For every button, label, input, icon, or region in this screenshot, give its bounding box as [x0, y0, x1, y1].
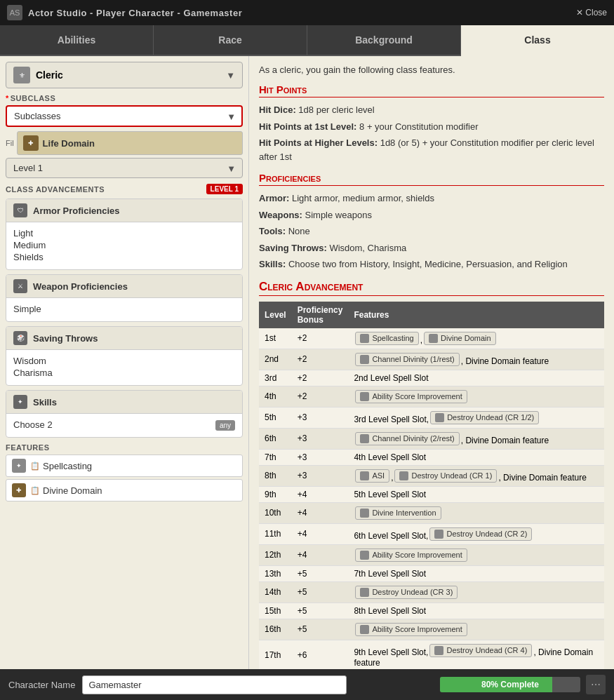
life-domain-icon: ✚ [23, 135, 39, 151]
feature-tag[interactable]: Destroy Undead (CR 4) [429, 644, 532, 657]
class-selector[interactable]: ⚜ Cleric ▼ [6, 62, 243, 88]
required-star: * [6, 94, 9, 102]
feature-divine-domain[interactable]: ✚ 📋 Divine Domain [6, 479, 243, 502]
saving-throws-text: Saving Throws: Wisdom, Charisma [259, 241, 604, 255]
feature-spellcasting[interactable]: ✦ 📋 Spellcasting [6, 455, 243, 477]
saving-throws-title: Saving Throws [33, 333, 98, 344]
table-row: 14th+5Destroy Undead (CR 3) [259, 581, 604, 603]
cleric-advancement-title: Cleric Advancement [259, 280, 604, 296]
hp-higher-text: Hit Points at Higher Levels: 1d8 (or 5) … [259, 136, 604, 163]
main-content: ⚜ Cleric ▼ *Subclass Subclasses ▼ Fil ✚ … [0, 56, 614, 669]
tab-abilities[interactable]: Abilities [0, 25, 154, 55]
table-cell-features: 2nd Level Spell Slot [348, 370, 604, 386]
saving-throw-wisdom: Wisdom [13, 356, 235, 366]
table-row: 8th+3ASI,Destroy Undead (CR 1), Divine D… [259, 465, 604, 486]
feature-tag[interactable]: Ability Score Improvement [355, 548, 467, 562]
table-cell-level: 3rd [259, 370, 292, 386]
table-cell-features: ASI,Destroy Undead (CR 1), Divine Domain… [348, 465, 604, 486]
weapons-text: Weapons: Simple weapons [259, 208, 604, 222]
saving-throws-icon: 🎲 [13, 331, 27, 345]
table-cell-level: 7th [259, 449, 292, 465]
feature-tag[interactable]: Destroy Undead (CR 1/2) [430, 411, 539, 424]
table-cell-bonus: +4 [292, 544, 349, 565]
armor-proficiencies-header: 🛡 Armor Proficiencies [6, 199, 242, 222]
col-level: Level [259, 302, 292, 328]
feature-tag[interactable]: Divine Intervention [355, 506, 441, 520]
table-cell-features: 6th Level Spell Slot,Destroy Undead (CR … [348, 523, 604, 544]
skills-text: Skills: Choose two from History, Insight… [259, 257, 604, 271]
app-icon: AS [7, 5, 22, 20]
table-row: 6th+3Channel Divinity (2/rest), Divine D… [259, 428, 604, 449]
table-cell-features: Channel Divinity (2/rest), Divine Domain… [348, 428, 604, 449]
hp-1st-text: Hit Points at 1st Level: 8 + your Consti… [259, 120, 604, 134]
table-cell-bonus: +4 [292, 523, 349, 544]
feature-tag-icon [360, 588, 369, 597]
title-bar: AS Actor Studio - Player Character - Gam… [0, 0, 614, 25]
feature-tag-icon [399, 471, 408, 480]
features-heading: Features [6, 443, 243, 452]
feature-tag-icon [360, 392, 369, 401]
bottom-bar: Character Name 80% Complete ⋯ [0, 669, 614, 700]
class-selector-arrow-icon: ▼ [226, 70, 235, 81]
level-dropdown[interactable]: Level 1 [6, 158, 243, 178]
table-row: 5th+33rd Level Spell Slot,Destroy Undead… [259, 407, 604, 428]
skills-header: ✦ Skills [6, 391, 242, 414]
table-cell-bonus: +5 [292, 565, 349, 581]
table-cell-level: 8th [259, 465, 292, 486]
skills-card: ✦ Skills Choose 2 any [6, 390, 243, 438]
feature-tag[interactable]: Ability Score Improvement [355, 623, 467, 636]
table-cell-features: 5th Level Spell Slot [348, 486, 604, 502]
feature-tag[interactable]: Channel Divinity (2/rest) [355, 432, 459, 445]
weapon-icon: ⚔ [13, 279, 27, 293]
feature-tag[interactable]: Spellcasting [355, 332, 418, 345]
skills-choose: Choose 2 [13, 419, 53, 430]
class-name: Cleric [36, 69, 226, 81]
weapon-proficiencies-title: Weapon Proficiencies [33, 281, 128, 292]
feature-tag[interactable]: Ability Score Improvement [355, 390, 467, 403]
table-cell-bonus: +5 [292, 603, 349, 619]
armor-item-medium: Medium [13, 240, 235, 250]
subclass-dropdown[interactable]: Subclasses [6, 105, 243, 127]
class-icon: ⚜ [13, 67, 30, 83]
armor-text: Armor: Light armor, medium armor, shield… [259, 191, 604, 206]
corner-button[interactable]: ⋯ [586, 675, 606, 694]
feature-tag[interactable]: Divine Domain [424, 332, 496, 345]
table-cell-bonus: +6 [292, 640, 349, 669]
spellcasting-tag-icon: 📋 [30, 462, 40, 471]
feature-tag[interactable]: ASI [355, 469, 389, 483]
any-badge: any [215, 420, 235, 431]
saving-throw-charisma: Charisma [13, 368, 235, 378]
saving-throws-card: 🎲 Saving Throws Wisdom Charisma [6, 326, 243, 386]
table-row: 9th+45th Level Spell Slot [259, 486, 604, 502]
col-bonus: ProficiencyBonus [292, 302, 349, 328]
tab-class[interactable]: Class [461, 25, 614, 56]
feature-tag[interactable]: Destroy Undead (CR 3) [355, 586, 458, 599]
table-cell-bonus: +3 [292, 465, 349, 486]
tab-background[interactable]: Background [307, 25, 461, 55]
close-button[interactable]: ✕ Close [576, 8, 607, 18]
char-name-input[interactable] [82, 675, 347, 694]
table-cell-level: 12th [259, 544, 292, 565]
level-dropdown-container: Level 1 ▼ [6, 158, 243, 178]
weapon-item-simple: Simple [13, 304, 235, 314]
table-cell-features: Divine Intervention [348, 502, 604, 523]
advancements-header: Class Advancements Level 1 [6, 184, 243, 194]
feature-tag-icon [429, 334, 438, 343]
table-cell-features: Destroy Undead (CR 3) [348, 581, 604, 603]
feature-tag-icon [360, 551, 369, 560]
tab-race[interactable]: Race [154, 25, 307, 55]
feature-tag[interactable]: Destroy Undead (CR 2) [429, 527, 532, 541]
feature-tag[interactable]: Destroy Undead (CR 1) [394, 469, 497, 483]
table-cell-level: 15th [259, 603, 292, 619]
feature-tag[interactable]: Channel Divinity (1/rest) [355, 353, 459, 366]
table-cell-level: 1st [259, 328, 292, 349]
subclass-life-domain[interactable]: ✚ Life Domain [17, 131, 243, 155]
tools-text: Tools: None [259, 224, 604, 238]
table-cell-features: 7th Level Spell Slot [348, 565, 604, 581]
table-cell-level: 9th [259, 486, 292, 502]
table-cell-features: Ability Score Improvement [348, 544, 604, 565]
table-cell-features: Ability Score Improvement [348, 619, 604, 640]
table-row: 7th+34th Level Spell Slot [259, 449, 604, 465]
weapon-proficiencies-header: ⚔ Weapon Proficiencies [6, 275, 242, 298]
feature-tag-icon [434, 646, 443, 655]
